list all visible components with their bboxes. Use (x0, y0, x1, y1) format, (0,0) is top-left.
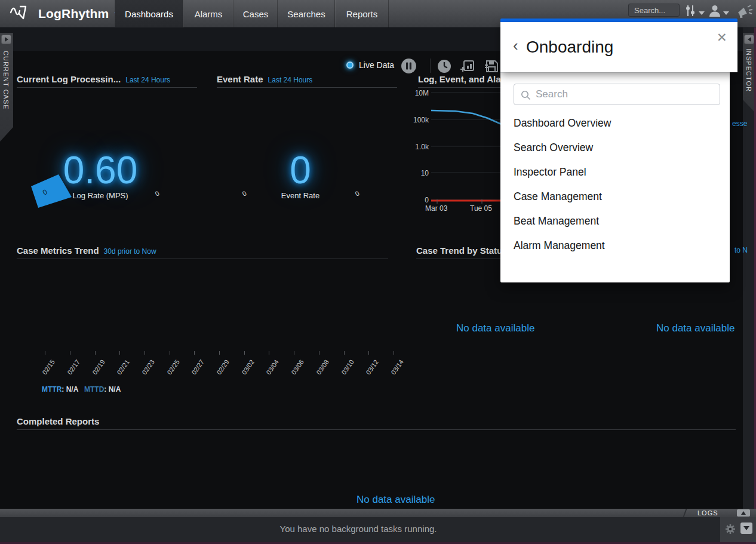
tab-dashboards[interactable]: Dashboards (115, 0, 183, 27)
date-label: 03/10 (335, 358, 355, 383)
time-range-clock-icon[interactable] (437, 59, 451, 76)
tab-cases[interactable]: Cases (233, 0, 278, 27)
date-tick (145, 351, 145, 355)
megaphone-icon[interactable] (736, 4, 754, 21)
divider (17, 259, 388, 259)
onboarding-item-inspector-panel[interactable]: Inspector Panel (514, 166, 711, 184)
onboarding-search-box[interactable] (514, 84, 720, 105)
onboarding-panel: Dashboard Overview Search Overview Inspe… (500, 72, 730, 282)
mttr-sep: : (62, 385, 64, 394)
back-chevron-icon[interactable]: ‹ (513, 38, 518, 53)
onboarding-item-beat-management[interactable]: Beat Management (514, 215, 711, 233)
event-rate-range[interactable]: Last 24 Hours (268, 76, 313, 84)
brand[interactable]: LogRhythm ™ (10, 0, 118, 27)
logs-expand-up-icon[interactable] (737, 509, 750, 517)
date-tick (394, 351, 394, 355)
onboarding-item-dashboard-overview[interactable]: Dashboard Overview (514, 117, 711, 135)
date-label: 02/17 (61, 358, 81, 383)
date-label: 03/14 (385, 358, 405, 383)
log-rate-label: Log Rate (MPS) (59, 191, 142, 200)
case-metrics-title-text: Case Metrics Trend (17, 245, 99, 256)
date-tick (368, 351, 369, 355)
background-tasks-bar: You have no background tasks running. (0, 517, 756, 542)
mttr-label: MTTR (42, 385, 62, 394)
add-widget-icon[interactable] (460, 59, 475, 76)
user-icon[interactable] (708, 4, 721, 20)
y-tick-0: 0 (405, 196, 429, 204)
tab-alarms[interactable]: Alarms (183, 0, 233, 27)
onboarding-item-alarm-management[interactable]: Alarm Management (514, 239, 711, 257)
logs-collapse-down-icon[interactable] (740, 523, 752, 534)
x-tick-mar03: Mar 03 (425, 204, 447, 213)
y-tick-10m: 10M (405, 89, 429, 97)
divider (17, 87, 197, 88)
divider (416, 259, 512, 259)
date-tick (170, 351, 170, 355)
live-data-indicator-icon (346, 62, 354, 69)
mttd-legend: MTTD: N/A (84, 385, 121, 394)
case-trend-title-text: Case Trend by Status (416, 245, 508, 256)
pause-icon[interactable] (401, 58, 417, 76)
background-tasks-message: You have no background tasks running. (0, 524, 717, 534)
expand-current-case-icon[interactable] (1, 35, 11, 44)
mttd-sep: : (104, 385, 106, 394)
onboarding-item-search-overview[interactable]: Search Overview (514, 142, 711, 159)
divider (17, 429, 736, 430)
user-caret-icon[interactable] (723, 11, 729, 15)
global-search-input[interactable] (628, 4, 680, 17)
tab-reports[interactable]: Reports (335, 0, 389, 27)
mttr-value: N/A (66, 385, 79, 394)
expand-inspector-icon[interactable] (744, 35, 754, 44)
date-label: 03/04 (260, 358, 280, 383)
logs-tab-divider (683, 509, 687, 517)
primary-nav-tabs: Dashboards Alarms Cases Searches Reports (115, 0, 389, 27)
live-data-label: Live Data (359, 60, 394, 70)
filter-caret-icon[interactable] (699, 11, 705, 15)
date-label: 03/02 (235, 358, 256, 383)
mttd-value: N/A (109, 385, 121, 394)
date-tick (244, 351, 245, 355)
log-processing-widget-title: Current Log Processin...Last 24 Hours (17, 74, 170, 84)
onboarding-item-case-management[interactable]: Case Management (514, 190, 711, 208)
event-rate-title-text: Event Rate (217, 74, 263, 84)
log-processing-range[interactable]: Last 24 Hours (125, 76, 170, 84)
tab-searches[interactable]: Searches (278, 0, 335, 27)
event-gauge-max-tick: 0 (354, 189, 360, 197)
completed-reports-title-text: Completed Reports (17, 416, 99, 426)
log-processing-title-text: Current Log Processin... (17, 74, 121, 84)
event-rate-value: 0 (253, 148, 348, 192)
onboarding-header: ‹ Onboarding ✕ (500, 22, 737, 72)
date-tick (194, 351, 195, 355)
filter-sliders-icon[interactable] (684, 4, 696, 20)
settings-gear-icon[interactable] (725, 524, 736, 537)
onboarding-title: Onboarding (526, 38, 613, 57)
y-tick-1k: 1.0k (405, 143, 429, 151)
toolbar-divider (430, 59, 431, 73)
date-tick (319, 351, 319, 355)
divider (418, 87, 514, 88)
date-label: 03/08 (310, 358, 330, 383)
right-widget-no-data: No data available (656, 322, 735, 334)
covered-subtitle-fragment: to N (735, 246, 748, 254)
case-metrics-widget-title: Case Metrics Trend30d prior to Now (17, 245, 156, 256)
date-tick (70, 351, 70, 355)
case-metrics-range[interactable]: 30d prior to Now (104, 247, 156, 256)
y-tick-100k: 100k (405, 116, 429, 124)
brand-name: LogRhythm (38, 7, 109, 21)
save-dashboard-icon[interactable] (484, 59, 499, 76)
case-trend-no-data: No data available (456, 322, 534, 334)
date-label: 02/29 (210, 358, 231, 383)
log-event-alarm-title-text: Log, Event, and Alarm (418, 74, 512, 84)
y-tick-10: 10 (405, 169, 429, 177)
logs-tab[interactable]: LOGS (697, 509, 718, 517)
covered-legend-fragment: esse (732, 119, 747, 128)
current-case-tab[interactable]: CURRENT CASE (0, 33, 13, 142)
divider (217, 87, 397, 88)
date-label: 02/21 (110, 358, 131, 383)
date-label: 02/15 (36, 358, 56, 383)
date-tick (45, 351, 45, 355)
date-tick (95, 351, 96, 355)
event-rate-widget-title: Event RateLast 24 Hours (217, 74, 312, 84)
close-icon[interactable]: ✕ (717, 30, 727, 45)
onboarding-search-input[interactable] (534, 85, 714, 104)
